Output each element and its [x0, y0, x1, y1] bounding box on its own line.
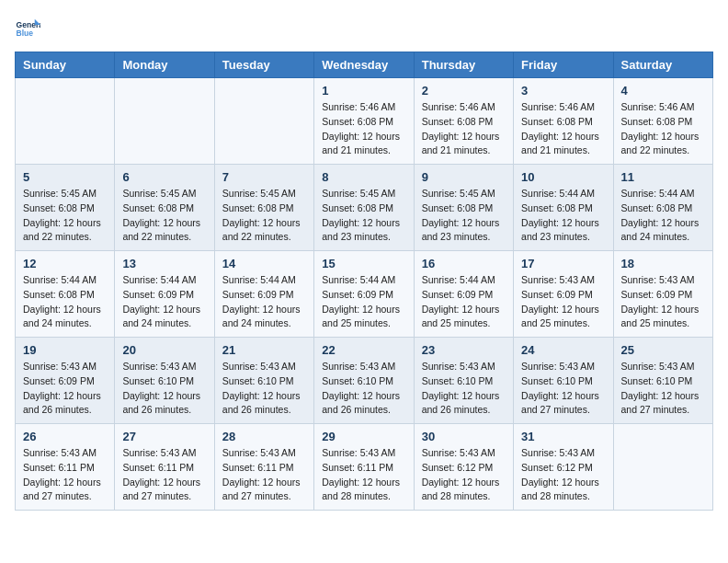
- svg-text:Blue: Blue: [17, 29, 34, 38]
- calendar-cell: 10Sunrise: 5:44 AMSunset: 6:08 PMDayligh…: [514, 165, 613, 251]
- calendar-cell: 22Sunrise: 5:43 AMSunset: 6:10 PMDayligh…: [314, 338, 414, 424]
- day-number: 24: [521, 343, 605, 357]
- calendar-cell: 17Sunrise: 5:43 AMSunset: 6:09 PMDayligh…: [514, 251, 613, 338]
- day-number: 27: [122, 430, 206, 443]
- day-info: Sunrise: 5:43 AMSunset: 6:11 PMDaylight:…: [322, 446, 405, 504]
- day-number: 26: [23, 430, 107, 443]
- day-number: 4: [621, 84, 705, 98]
- day-number: 13: [122, 257, 206, 270]
- calendar-cell: 12Sunrise: 5:44 AMSunset: 6:08 PMDayligh…: [16, 251, 115, 338]
- calendar-cell: [115, 78, 214, 165]
- calendar-cell: 28Sunrise: 5:43 AMSunset: 6:11 PMDayligh…: [214, 424, 313, 511]
- calendar-cell: 7Sunrise: 5:45 AMSunset: 6:08 PMDaylight…: [214, 165, 313, 251]
- header-day-thursday: Thursday: [414, 52, 513, 78]
- calendar-cell: [214, 78, 313, 165]
- header-day-monday: Monday: [115, 52, 214, 78]
- calendar-body: 1Sunrise: 5:46 AMSunset: 6:08 PMDaylight…: [16, 78, 713, 511]
- calendar-cell: 9Sunrise: 5:45 AMSunset: 6:08 PMDaylight…: [414, 165, 513, 251]
- day-number: 22: [322, 343, 405, 357]
- day-info: Sunrise: 5:43 AMSunset: 6:10 PMDaylight:…: [222, 360, 306, 418]
- day-number: 8: [322, 170, 405, 184]
- day-info: Sunrise: 5:44 AMSunset: 6:08 PMDaylight:…: [23, 273, 107, 331]
- calendar-cell: 26Sunrise: 5:43 AMSunset: 6:11 PMDayligh…: [16, 424, 115, 511]
- week-row: 19Sunrise: 5:43 AMSunset: 6:09 PMDayligh…: [16, 338, 713, 424]
- day-info: Sunrise: 5:43 AMSunset: 6:12 PMDaylight:…: [422, 446, 506, 504]
- day-info: Sunrise: 5:46 AMSunset: 6:08 PMDaylight:…: [322, 100, 405, 158]
- header-day-tuesday: Tuesday: [214, 52, 313, 78]
- header-day-sunday: Sunday: [16, 52, 115, 78]
- calendar-cell: 15Sunrise: 5:44 AMSunset: 6:09 PMDayligh…: [314, 251, 414, 338]
- day-info: Sunrise: 5:44 AMSunset: 6:08 PMDaylight:…: [521, 187, 605, 245]
- day-number: 23: [422, 343, 506, 357]
- calendar-cell: 16Sunrise: 5:44 AMSunset: 6:09 PMDayligh…: [414, 251, 513, 338]
- logo-icon: General Blue: [15, 15, 40, 40]
- day-number: 30: [422, 430, 506, 443]
- day-info: Sunrise: 5:43 AMSunset: 6:09 PMDaylight:…: [521, 273, 605, 331]
- day-number: 11: [621, 170, 705, 184]
- day-info: Sunrise: 5:43 AMSunset: 6:10 PMDaylight:…: [422, 360, 506, 418]
- day-number: 6: [122, 170, 206, 184]
- day-number: 25: [621, 343, 705, 357]
- calendar-cell: 24Sunrise: 5:43 AMSunset: 6:10 PMDayligh…: [514, 338, 613, 424]
- day-number: 21: [222, 343, 306, 357]
- calendar-cell: 1Sunrise: 5:46 AMSunset: 6:08 PMDaylight…: [314, 78, 414, 165]
- logo: General Blue: [15, 15, 44, 40]
- day-number: 1: [322, 84, 405, 98]
- day-number: 5: [23, 170, 107, 184]
- calendar-cell: 20Sunrise: 5:43 AMSunset: 6:10 PMDayligh…: [115, 338, 214, 424]
- day-info: Sunrise: 5:46 AMSunset: 6:08 PMDaylight:…: [521, 100, 605, 158]
- day-info: Sunrise: 5:45 AMSunset: 6:08 PMDaylight:…: [322, 187, 405, 245]
- week-row: 12Sunrise: 5:44 AMSunset: 6:08 PMDayligh…: [16, 251, 713, 338]
- calendar-cell: 31Sunrise: 5:43 AMSunset: 6:12 PMDayligh…: [514, 424, 613, 511]
- header: General Blue: [15, 15, 713, 40]
- day-number: 12: [23, 257, 107, 270]
- day-number: 18: [621, 257, 705, 270]
- day-number: 3: [521, 84, 605, 98]
- day-number: 28: [222, 430, 306, 443]
- calendar-cell: [16, 78, 115, 165]
- day-info: Sunrise: 5:46 AMSunset: 6:08 PMDaylight:…: [621, 100, 705, 158]
- day-number: 29: [322, 430, 405, 443]
- calendar-cell: 8Sunrise: 5:45 AMSunset: 6:08 PMDaylight…: [314, 165, 414, 251]
- header-day-wednesday: Wednesday: [314, 52, 414, 78]
- calendar-cell: 3Sunrise: 5:46 AMSunset: 6:08 PMDaylight…: [514, 78, 613, 165]
- calendar-cell: 29Sunrise: 5:43 AMSunset: 6:11 PMDayligh…: [314, 424, 414, 511]
- calendar-cell: 4Sunrise: 5:46 AMSunset: 6:08 PMDaylight…: [613, 78, 712, 165]
- calendar-cell: 11Sunrise: 5:44 AMSunset: 6:08 PMDayligh…: [613, 165, 712, 251]
- calendar-cell: 2Sunrise: 5:46 AMSunset: 6:08 PMDaylight…: [414, 78, 513, 165]
- week-row: 26Sunrise: 5:43 AMSunset: 6:11 PMDayligh…: [16, 424, 713, 511]
- day-info: Sunrise: 5:43 AMSunset: 6:11 PMDaylight:…: [23, 446, 107, 504]
- header-day-friday: Friday: [514, 52, 613, 78]
- header-day-saturday: Saturday: [613, 52, 712, 78]
- day-info: Sunrise: 5:44 AMSunset: 6:09 PMDaylight:…: [422, 273, 506, 331]
- day-info: Sunrise: 5:45 AMSunset: 6:08 PMDaylight:…: [23, 187, 107, 245]
- day-number: 14: [222, 257, 306, 270]
- day-info: Sunrise: 5:43 AMSunset: 6:10 PMDaylight:…: [122, 360, 206, 418]
- day-info: Sunrise: 5:44 AMSunset: 6:08 PMDaylight:…: [621, 187, 705, 245]
- calendar-header: SundayMondayTuesdayWednesdayThursdayFrid…: [16, 52, 713, 78]
- calendar-table: SundayMondayTuesdayWednesdayThursdayFrid…: [15, 52, 713, 511]
- calendar-cell: 13Sunrise: 5:44 AMSunset: 6:09 PMDayligh…: [115, 251, 214, 338]
- calendar-cell: 18Sunrise: 5:43 AMSunset: 6:09 PMDayligh…: [613, 251, 712, 338]
- day-number: 17: [521, 257, 605, 270]
- day-number: 15: [322, 257, 405, 270]
- day-number: 9: [422, 170, 506, 184]
- calendar-cell: [613, 424, 712, 511]
- day-info: Sunrise: 5:45 AMSunset: 6:08 PMDaylight:…: [122, 187, 206, 245]
- calendar-cell: 25Sunrise: 5:43 AMSunset: 6:10 PMDayligh…: [613, 338, 712, 424]
- day-info: Sunrise: 5:43 AMSunset: 6:09 PMDaylight:…: [621, 273, 705, 331]
- day-info: Sunrise: 5:43 AMSunset: 6:09 PMDaylight:…: [23, 360, 107, 418]
- day-info: Sunrise: 5:45 AMSunset: 6:08 PMDaylight:…: [422, 187, 506, 245]
- day-info: Sunrise: 5:44 AMSunset: 6:09 PMDaylight:…: [322, 273, 405, 331]
- day-info: Sunrise: 5:43 AMSunset: 6:10 PMDaylight:…: [621, 360, 705, 418]
- calendar-cell: 14Sunrise: 5:44 AMSunset: 6:09 PMDayligh…: [214, 251, 313, 338]
- day-number: 20: [122, 343, 206, 357]
- day-info: Sunrise: 5:44 AMSunset: 6:09 PMDaylight:…: [222, 273, 306, 331]
- day-info: Sunrise: 5:46 AMSunset: 6:08 PMDaylight:…: [422, 100, 506, 158]
- calendar-cell: 30Sunrise: 5:43 AMSunset: 6:12 PMDayligh…: [414, 424, 513, 511]
- calendar-cell: 21Sunrise: 5:43 AMSunset: 6:10 PMDayligh…: [214, 338, 313, 424]
- day-info: Sunrise: 5:43 AMSunset: 6:12 PMDaylight:…: [521, 446, 605, 504]
- day-number: 7: [222, 170, 306, 184]
- calendar-cell: 6Sunrise: 5:45 AMSunset: 6:08 PMDaylight…: [115, 165, 214, 251]
- day-number: 10: [521, 170, 605, 184]
